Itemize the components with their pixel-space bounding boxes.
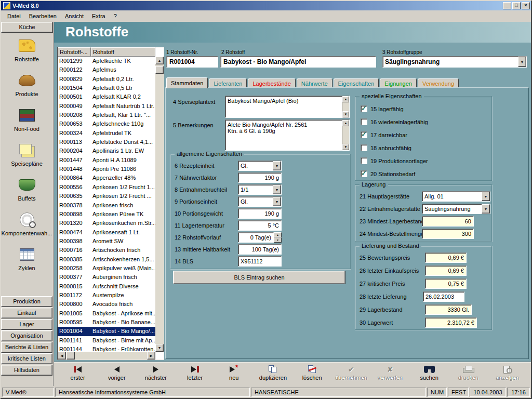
list-item[interactable]: R000474 Aprikosensaft 1 Lt. bbox=[58, 228, 155, 237]
checkbox-row[interactable]: 20 Stationsbedarf bbox=[361, 169, 488, 179]
scrollbar-thumb[interactable] bbox=[155, 66, 164, 74]
letzte-lieferung-field[interactable]: 26.02.2003 bbox=[423, 291, 464, 302]
scroll-right-icon[interactable]: ▶ bbox=[147, 352, 155, 360]
toolbar-letzter-button[interactable]: letzter bbox=[176, 364, 215, 385]
portionseinheit-select[interactable]: Gl. ▼ bbox=[238, 196, 282, 207]
mindest-lagerbestand-input[interactable]: 60 bbox=[422, 216, 474, 227]
menu-item-bearbeiten[interactable]: Bearbeiten bbox=[25, 11, 61, 21]
checkbox-row[interactable]: 19 Produktionsortlager bbox=[361, 156, 488, 166]
checkbox-row[interactable]: 16 wiedereinlagerfähig bbox=[361, 117, 488, 127]
rohstoffgruppe-select[interactable]: Säuglingsnahrung ▼ bbox=[382, 56, 527, 68]
portionsgewicht-input[interactable]: 190 g bbox=[238, 208, 282, 219]
checkbox[interactable] bbox=[361, 170, 367, 177]
horizontal-scrollbar[interactable]: ◀ ▶ bbox=[58, 352, 155, 360]
scroll-up-icon[interactable]: ▲ bbox=[155, 57, 164, 64]
list-item[interactable]: R000258 Aspikpulver weiß (Main... bbox=[58, 264, 155, 273]
sidebar-button-kritische-listen[interactable]: kritische Listen bbox=[1, 353, 52, 364]
sidebar-item-zyklen[interactable]: Zyklen bbox=[1, 242, 52, 277]
list-item[interactable]: R001448 Aponti Pre 11086 bbox=[58, 165, 155, 174]
kritischer-preis-field[interactable]: 0,75 € bbox=[425, 278, 467, 289]
bls-input[interactable]: X951112 bbox=[238, 256, 282, 267]
rohstoffvorlauf-input[interactable]: 0 Tag(e) bbox=[238, 232, 274, 243]
textarea-scrollbar[interactable]: ▲ ▼ bbox=[342, 120, 349, 150]
checkbox[interactable] bbox=[361, 105, 367, 112]
checkbox[interactable] bbox=[361, 157, 367, 164]
rohstoffvorlauf-spinner[interactable]: ▲ ▼ bbox=[274, 232, 282, 243]
naehrwertfaktor-input[interactable]: 190 g bbox=[238, 172, 282, 183]
spinner-down-icon[interactable]: ▼ bbox=[274, 237, 282, 243]
sidebar-button-berichte[interactable]: Berichte & Listen bbox=[1, 342, 52, 353]
list-item[interactable]: R000595 Babykost - Bio Banane... bbox=[58, 318, 155, 327]
rohstoff-nr-field[interactable]: R001004 bbox=[166, 56, 218, 68]
list-item[interactable]: R001320 Aprikosenkuchen m.Str... bbox=[58, 219, 155, 228]
list-item[interactable]: R000635 Aprikosen 1/2 Frucht ... bbox=[58, 192, 155, 201]
list-item[interactable]: R000113 Apfelstücke Dunst 4,1... bbox=[58, 138, 155, 147]
list-item[interactable]: R000204 Apollinaris 1 Ltr. EW bbox=[58, 147, 155, 155]
list-item[interactable]: R000324 Apfelstrudel TK bbox=[58, 129, 155, 138]
list-item[interactable]: R000653 Apfelschnecke 110g bbox=[58, 119, 155, 128]
list-item[interactable]: R000208 Apfelsaft, Klar 1 Ltr. "... bbox=[58, 111, 155, 119]
list-item[interactable]: R000864 Appenzeller 48% bbox=[58, 174, 155, 182]
list-item[interactable]: R001447 Aponti H.A 11089 bbox=[58, 156, 155, 165]
chevron-down-icon[interactable]: ▼ bbox=[482, 192, 490, 201]
sidebar-button-produktion[interactable]: Produktion bbox=[1, 296, 52, 307]
bewertungspreis-field[interactable]: 0,69 € bbox=[425, 252, 467, 263]
toolbar-erster-button[interactable]: erster bbox=[58, 364, 97, 385]
sidebar-button-lager[interactable]: Lager bbox=[1, 319, 52, 330]
chevron-down-icon[interactable]: ▼ bbox=[273, 197, 281, 206]
rezepteinheit-select[interactable]: Gl. ▼ bbox=[238, 161, 282, 171]
sidebar-button-organisation[interactable]: Organisation bbox=[1, 330, 52, 341]
chevron-down-icon[interactable]: ▼ bbox=[482, 204, 490, 214]
list-item[interactable]: R000049 Apfelsaft Naturtrüb 1 Ltr. bbox=[58, 102, 155, 111]
list-item[interactable]: R000829 Apfelsaft 0,2 Ltr. bbox=[58, 75, 155, 84]
sidebar-item-komponentenwahl[interactable]: Komponentenwah... bbox=[1, 207, 52, 242]
entnahmebruchteil-select[interactable]: 1/1 ▼ bbox=[238, 184, 282, 195]
rohstoff-name-field[interactable]: Babykost - Bio Mango/Apfel bbox=[220, 56, 376, 68]
checkbox-row[interactable]: 18 anbruchfähig bbox=[361, 143, 488, 153]
tab[interactable]: Stammdaten bbox=[166, 77, 208, 88]
sidebar-item-nonfood[interactable]: Non-Food bbox=[1, 103, 52, 138]
list-item[interactable]: R000398 Aromett SW bbox=[58, 237, 155, 246]
sidebar-item-rohstoffe[interactable]: Rohstoffe bbox=[1, 33, 52, 68]
lagertemperatur-input[interactable]: 5 °C bbox=[238, 220, 282, 231]
spinner-up-icon[interactable]: ▲ bbox=[274, 232, 282, 237]
sidebar-item-buffets[interactable]: Buffets bbox=[1, 172, 52, 207]
list-item[interactable]: R001172 Austernpilze bbox=[58, 291, 155, 300]
list-item[interactable]: R001141 Babykost - Birne mit Ap... bbox=[58, 336, 155, 345]
scroll-down-icon[interactable]: ▼ bbox=[155, 344, 164, 352]
checkbox[interactable] bbox=[361, 118, 367, 125]
maximize-button[interactable]: □ bbox=[512, 2, 521, 9]
hauptlagerstaette-select[interactable]: Allg. 01 ▼ bbox=[422, 191, 490, 202]
bemerkungen-textarea[interactable]: Alete Bio Mango/Apfel Nr. 2561 Ktn. á 6 … bbox=[225, 119, 350, 151]
scrollbar-thumb[interactable] bbox=[66, 352, 75, 360]
list-item[interactable]: R000556 Aprikosen 1/2 Frucht 1... bbox=[58, 183, 155, 192]
scroll-up-icon[interactable]: ▲ bbox=[342, 120, 349, 126]
list-item[interactable]: R000501 Apfelsaft KLAR 0,2 bbox=[58, 92, 155, 101]
checkbox-row[interactable]: 15 lagerfähig bbox=[361, 104, 488, 114]
menu-item-datei[interactable]: Datei bbox=[3, 11, 25, 21]
list-item[interactable]: R000716 Artischocken frisch bbox=[58, 246, 155, 255]
menu-item-ansicht[interactable]: Ansicht bbox=[61, 11, 88, 21]
chevron-down-icon[interactable]: ▼ bbox=[518, 57, 526, 67]
list-item[interactable]: R000385 Artischokenherzen 1,5... bbox=[58, 255, 155, 264]
scroll-down-icon[interactable]: ▼ bbox=[342, 144, 349, 150]
sidebar-button-hilfsdaten[interactable]: Hilfsdaten bbox=[1, 365, 52, 376]
list-header-cell-id[interactable]: Rohstoff-... bbox=[58, 47, 91, 57]
toolbar-loeschen-button[interactable]: löschen bbox=[292, 364, 331, 385]
list-header-cell-name[interactable]: Rohstoff bbox=[91, 47, 155, 57]
toolbar-suchen-button[interactable]: suchen bbox=[410, 364, 449, 385]
close-button[interactable]: × bbox=[522, 2, 530, 9]
lagerwert-field[interactable]: 2.310,72 € bbox=[425, 317, 477, 328]
sidebar-item-speiseplaene[interactable]: Speisepläne bbox=[1, 138, 52, 172]
entnahmelagerstaette-select[interactable]: Säuglingsnahrung ▼ bbox=[422, 204, 490, 214]
mindest-bestellmenge-input[interactable]: 300 bbox=[422, 229, 474, 239]
list-item[interactable]: R000815 Aufschnitt Diverse bbox=[58, 282, 155, 291]
textarea-scrollbar[interactable]: ▲ ▼ bbox=[342, 96, 349, 117]
checkbox[interactable] bbox=[361, 144, 367, 151]
list-item[interactable]: R001144 Babykost - Frühkarotten... bbox=[58, 345, 155, 352]
list-item[interactable]: R000378 Aprikosen frisch bbox=[58, 201, 155, 210]
scroll-up-icon[interactable]: ▲ bbox=[342, 96, 349, 102]
scroll-left-icon[interactable]: ◀ bbox=[58, 352, 66, 360]
toolbar-uebernehmen-button[interactable]: ✔ übernehmen bbox=[331, 364, 370, 385]
toolbar-naechster-button[interactable]: nächster bbox=[136, 364, 175, 385]
